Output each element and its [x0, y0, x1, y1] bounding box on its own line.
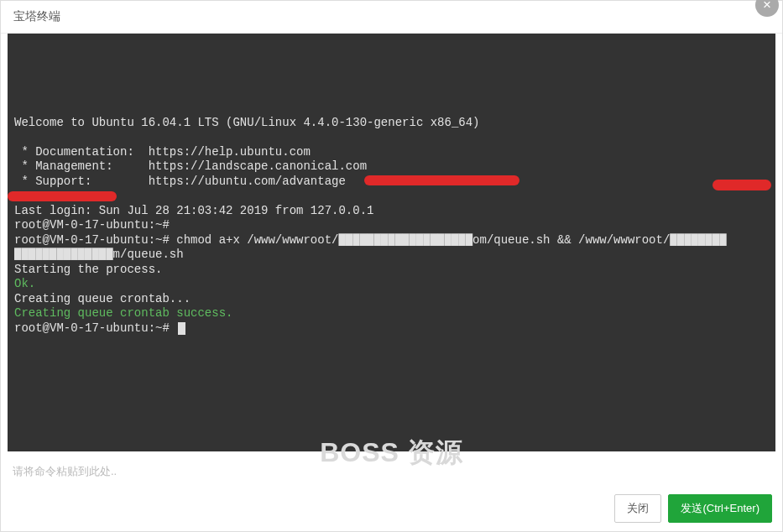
terminal-line: root@VM-0-17-ubuntu:~# chmod a+x /www/ww…	[14, 233, 769, 248]
close-icon-glyph: ×	[763, 0, 771, 13]
redaction-mark	[364, 175, 519, 185]
modal-footer: 关闭 发送(Ctrl+Enter)	[1, 488, 782, 531]
redaction-mark	[713, 180, 771, 190]
terminal-line	[14, 189, 769, 204]
command-input-bar	[1, 451, 782, 488]
close-button[interactable]: 关闭	[614, 494, 661, 523]
terminal-cursor	[178, 322, 185, 335]
terminal-line: * Management: https://landscape.canonica…	[14, 159, 769, 175]
terminal-line: Ok.	[14, 277, 769, 292]
terminal-output[interactable]: Welcome to Ubuntu 16.04.1 LTS (GNU/Linux…	[8, 34, 775, 451]
terminal-line: Starting the process.	[14, 263, 769, 278]
terminal-line: root@VM-0-17-ubuntu:~#	[14, 321, 769, 336]
terminal-line: * Documentation: https://help.ubuntu.com	[14, 145, 769, 160]
terminal-line: Creating queue crontab...	[14, 292, 769, 307]
terminal-line: Last login: Sun Jul 28 21:03:42 2019 fro…	[14, 204, 769, 219]
terminal-line: Creating queue crontab success.	[14, 306, 769, 321]
terminal-modal: × 宝塔终端 Welcome to Ubuntu 16.04.1 LTS (GN…	[0, 0, 783, 532]
modal-header: 宝塔终端	[1, 1, 782, 34]
terminal-line: ██████████████m/queue.sh	[14, 248, 769, 263]
send-button[interactable]: 发送(Ctrl+Enter)	[668, 494, 772, 523]
terminal-line	[14, 130, 769, 145]
redaction-mark	[8, 191, 117, 201]
command-input[interactable]	[11, 460, 772, 482]
terminal-line: root@VM-0-17-ubuntu:~#	[14, 218, 769, 233]
terminal-line: Welcome to Ubuntu 16.04.1 LTS (GNU/Linux…	[14, 116, 769, 131]
modal-title: 宝塔终端	[13, 9, 60, 24]
